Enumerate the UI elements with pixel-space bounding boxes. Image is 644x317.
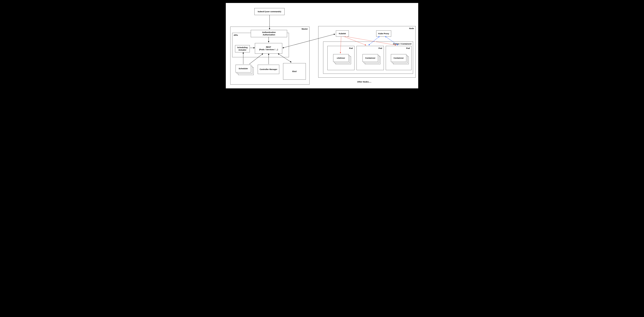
other-nodes-label: Other Nodes.....: [357, 81, 372, 83]
etcd-box: Etcd: [283, 63, 306, 80]
scheduler-label: Scheduler: [239, 67, 248, 70]
node-title: Node: [409, 27, 414, 30]
architecture-diagram: kubectl (user commands) Master APIs Auth…: [226, 2, 418, 89]
controller-manager-label: Controller Manager: [260, 68, 278, 71]
docker-label: Docker / Containerd: [393, 43, 412, 45]
cadvisor-label: cAdvisor: [337, 57, 345, 59]
kubectl-label: kubectl (user commands): [258, 10, 281, 13]
etcd-label: Etcd: [292, 70, 297, 73]
rest-l1: REST: [266, 46, 271, 48]
sched-act-l2: Actuator: [238, 49, 246, 51]
auth-box: Authentication Authorization: [251, 30, 287, 37]
cadvisor-box: cAdvisor: [333, 54, 349, 62]
kube-proxy-label: Kube Proxy: [378, 32, 389, 35]
controller-manager-box: Controller Manager: [258, 65, 279, 74]
master-title: Master: [302, 28, 308, 30]
scheduler-box: Scheduler: [236, 65, 251, 72]
auth-line2: Authorization: [263, 33, 275, 36]
kubelet-label: Kubelet: [339, 32, 346, 35]
rest-l2: (Pods / Services / ...): [259, 48, 278, 51]
pod-1-label: Pod: [349, 47, 353, 49]
auth-line1: Authentication: [262, 31, 276, 33]
container-2-label: Containner: [365, 57, 375, 59]
scheduling-actuator-box: Scheduling Actuator: [235, 45, 250, 52]
rest-box: REST (Pods / Services / ...): [255, 43, 282, 54]
container-3-label: Containner: [394, 57, 404, 59]
kubectl-box: kubectl (user commands): [254, 8, 284, 15]
kubelet-box: Kubelet: [336, 30, 349, 37]
sched-act-l1: Scheduling: [237, 46, 248, 49]
apis-label: APIs: [234, 34, 238, 36]
container-2-box: Containner: [362, 54, 378, 62]
kube-proxy-box: Kube Proxy: [376, 30, 391, 37]
container-3-box: Containner: [391, 54, 406, 62]
pod-3-label: Pod: [406, 47, 410, 49]
pod-2-label: Pod: [378, 47, 382, 49]
